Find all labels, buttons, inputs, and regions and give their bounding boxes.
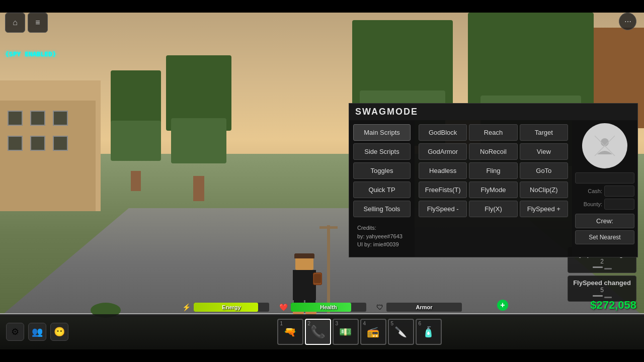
players-icon: 👥 [32, 326, 43, 337]
inv-slot-1[interactable]: 1 🔫 [277, 319, 303, 345]
building-front [0, 101, 96, 211]
btn-noclip[interactable]: NoClip(Z) [520, 182, 568, 198]
cash-row: Cash: [575, 186, 634, 197]
sidebar-btn-toggles[interactable]: Toggles [353, 162, 411, 179]
btn-fly[interactable]: Fly(X) [469, 201, 517, 217]
sidebar-btn-main-scripts[interactable]: Main Scripts [353, 124, 411, 141]
slot-6-icon: 🧴 [422, 326, 435, 338]
energy-icon: ⚡ [182, 303, 191, 311]
inv-slot-5[interactable]: 5 🔪 [388, 319, 414, 345]
slot-3-number: 3 [336, 321, 339, 326]
cash-label: Cash: [588, 188, 602, 194]
panel-body: Main Scripts Side Scripts Toggles Quick … [349, 120, 637, 257]
btn-reach[interactable]: Reach [469, 124, 517, 141]
panel-main: GodBlock Reach Target GodArmor NoRecoil … [415, 120, 572, 257]
slot-2-number: 2 [308, 321, 311, 326]
panel-sidebar: Main Scripts Side Scripts Toggles Quick … [349, 120, 415, 257]
btn-fling[interactable]: Fling [469, 162, 517, 179]
slot-1-number: 1 [280, 321, 283, 326]
inv-slot-6[interactable]: 6 🧴 [416, 319, 442, 345]
btn-grid-row4: FreeFists(T) FlyMode NoClip(Z) [419, 182, 568, 198]
chat-button[interactable]: ≡ [28, 13, 48, 33]
inventory: 1 🔫 2 📞 3 💵 4 📻 5 🔪 6 🧴 [74, 319, 644, 345]
tree-1 [111, 70, 161, 191]
btn-grid-row5: FlySpeed - Fly(X) FlySpeed + [419, 201, 568, 217]
player-avatar [582, 123, 627, 168]
panel-right: Cash: Bounty: Crew: Set Nearest [572, 120, 637, 257]
energy-bar-label: Energy [222, 304, 240, 310]
cash-value [604, 186, 634, 197]
top-bar [0, 0, 644, 13]
slot-1-icon: 🔫 [284, 326, 296, 338]
tree-2 [166, 55, 231, 201]
settings-button[interactable]: ⚙ [6, 323, 24, 341]
settings-icon: ⚙ [11, 326, 19, 337]
health-bar-container: ❤️ Health [279, 303, 366, 312]
money-display: $272,058 [590, 299, 636, 312]
btn-grid-row3: Headless Fling GoTo [419, 162, 568, 179]
health-bar-bg: Health [291, 303, 366, 312]
btn-norecoil[interactable]: NoRecoil [469, 143, 517, 160]
health-bar-label: Health [320, 304, 337, 310]
home-button[interactable]: ⌂ [5, 13, 25, 33]
notify-2-title: FlySpeed changed [573, 279, 631, 287]
swag-panel: SWAGMODE Main Scripts Side Scripts Toggl… [349, 103, 638, 257]
report-button[interactable]: 😶 [50, 323, 68, 341]
btn-grid-row1: GodBlock Reach Target [419, 124, 568, 141]
inv-slot-2[interactable]: 2 📞 [305, 319, 331, 345]
btn-flyspeed-plus[interactable]: FlySpeed + [520, 201, 568, 217]
crew-button[interactable]: Crew: [575, 214, 634, 228]
report-icon: 😶 [54, 326, 65, 337]
slot-2-icon: 📞 [310, 325, 326, 339]
notify-2: FlySpeed changed 5 [568, 276, 636, 302]
bounty-row: Bounty: [575, 199, 634, 210]
sidebar-btn-quick-tp[interactable]: Quick TP [353, 182, 411, 198]
energy-bar-container: ⚡ Energy [182, 303, 269, 312]
notify-1-value: 2 [573, 258, 631, 265]
btn-godarmor[interactable]: GodArmor [419, 143, 467, 160]
health-icon: ❤️ [279, 303, 288, 311]
add-button[interactable]: + [497, 300, 508, 311]
status-bars: ⚡ Energy ❤️ Health 🛡 Armor [182, 303, 462, 312]
btn-grid-row2: GodArmor NoRecoil View [419, 143, 568, 160]
avatar-icon [592, 133, 617, 158]
btn-view[interactable]: View [520, 143, 568, 160]
spy-label: {SPY ENABLED} [5, 50, 56, 58]
inv-slot-3[interactable]: 3 💵 [333, 319, 359, 345]
btn-headless[interactable]: Headless [419, 162, 467, 179]
hotbar: ⚙ 👥 😶 1 🔫 2 📞 3 💵 4 📻 5 [0, 314, 644, 349]
btn-target[interactable]: Target [520, 124, 568, 141]
more-icon: ⋯ [624, 18, 631, 26]
armor-bar-bg: Armor [386, 303, 462, 312]
btn-freefists[interactable]: FreeFists(T) [419, 182, 467, 198]
player-name-field [575, 172, 634, 184]
sidebar-btn-side-scripts[interactable]: Side Scripts [353, 143, 411, 160]
more-button[interactable]: ⋯ [619, 13, 636, 30]
armor-bar-label: Armor [416, 304, 432, 310]
chat-icon: ≡ [35, 18, 40, 27]
panel-header: SWAGMODE [349, 104, 637, 120]
bounty-value [604, 199, 634, 210]
btn-goto[interactable]: GoTo [520, 162, 568, 179]
panel-title: SWAGMODE [355, 107, 418, 117]
bottom-bar [0, 349, 644, 362]
armor-bar-container: 🛡 Armor [376, 303, 462, 312]
svg-point-1 [601, 138, 609, 146]
set-nearest-button[interactable]: Set Nearest [575, 230, 634, 244]
players-button[interactable]: 👥 [28, 323, 46, 341]
bottom-left-icons: ⚙ 👥 😶 [0, 323, 74, 341]
sidebar-btn-selling-tools[interactable]: Selling Tools [353, 201, 411, 217]
slot-6-number: 6 [419, 321, 422, 326]
inv-slot-4[interactable]: 4 📻 [360, 319, 386, 345]
armor-icon: 🛡 [376, 303, 383, 311]
bounty-label: Bounty: [584, 201, 602, 207]
btn-flyspeed-minus[interactable]: FlySpeed - [419, 201, 467, 217]
slot-3-icon: 💵 [339, 326, 352, 338]
energy-bar-bg: Energy [194, 303, 269, 312]
btn-godblock[interactable]: GodBlock [419, 124, 467, 141]
slot-4-number: 4 [363, 321, 366, 326]
btn-flymode[interactable]: FlyMode [469, 182, 517, 198]
slot-5-number: 5 [391, 321, 394, 326]
slot-4-icon: 📻 [367, 326, 379, 338]
slot-5-icon: 🔪 [394, 326, 407, 338]
